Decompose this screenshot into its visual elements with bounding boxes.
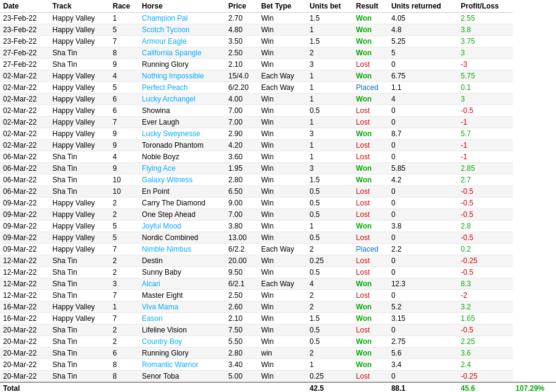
bettype-cell: Win (258, 13, 307, 24)
horse-cell: Running Glory (139, 348, 225, 359)
table-row: 09-Mar-22Happy Valley2One Step Ahead7.00… (0, 209, 556, 221)
race-cell: 6 (109, 94, 139, 105)
track-cell: Sha Tin (49, 163, 109, 174)
returned-cell: 3.8 (388, 221, 458, 232)
horse-cell: Ever Laugh (139, 117, 225, 128)
table-row: 02-Mar-22Happy Valley4Nothing Impossible… (0, 70, 556, 82)
race-cell: 1 (109, 13, 139, 24)
units-cell: 1.5 (307, 13, 353, 24)
result-cell: Won (353, 174, 388, 186)
price-cell: 4.00 (225, 94, 258, 105)
horse-cell: Noble Boyz (139, 151, 225, 163)
price-cell: 7.00 (225, 105, 258, 117)
horse-cell: Country Boy (139, 336, 225, 348)
horse-cell: Viva Mama (139, 301, 225, 313)
race-cell: 9 (109, 59, 139, 70)
horse-cell: En Point (139, 186, 225, 198)
table-row: 12-Mar-22Sha Tin7Master Eight2.50Win2Los… (0, 290, 556, 301)
returned-cell: 0 (388, 255, 458, 267)
units-cell: 3 (307, 163, 353, 174)
track-cell: Sha Tin (49, 325, 109, 336)
price-cell: 7.00 (225, 209, 258, 221)
pl-cell: -2 (458, 290, 512, 301)
pl-cell: 3.2 (458, 301, 512, 313)
date-cell: 12-Mar-22 (0, 278, 49, 290)
race-cell: 5 (109, 82, 139, 94)
result-cell: Lost (353, 325, 388, 336)
units-cell: 1 (307, 151, 353, 163)
returned-cell: 5.2 (388, 301, 458, 313)
col-header-units-returned: Units returned (388, 0, 458, 13)
bettype-cell: Win (258, 359, 307, 371)
pl-cell: 3 (458, 47, 512, 59)
result-cell: Won (353, 336, 388, 348)
result-cell: Won (353, 359, 388, 371)
date-cell: 12-Mar-22 (0, 267, 49, 278)
returned-cell: 5 (388, 47, 458, 59)
returned-cell: 3.4 (388, 359, 458, 371)
bettype-cell: Win (258, 198, 307, 209)
bettype-cell: Win (258, 36, 307, 47)
horse-cell: Lifeline Vision (139, 325, 225, 336)
units-cell: 0.25 (307, 255, 353, 267)
col-header-race: Race (109, 0, 139, 13)
horse-cell: Galaxy Witness (139, 174, 225, 186)
units-cell: 1.5 (307, 36, 353, 47)
returned-cell: 5.6 (388, 348, 458, 359)
result-cell: Won (353, 313, 388, 325)
result-cell: Lost (353, 140, 388, 151)
horse-cell: Senor Toba (139, 371, 225, 383)
pl-cell: -0.5 (458, 325, 512, 336)
returned-cell: 0 (388, 151, 458, 163)
col-header-date: Date (0, 0, 49, 13)
price-cell: 6/2.1 (225, 278, 258, 290)
total-bettype (258, 382, 307, 392)
bettype-cell: Each Way (258, 244, 307, 255)
result-cell: Won (353, 94, 388, 105)
price-cell: 5.50 (225, 336, 258, 348)
race-cell: 9 (109, 163, 139, 174)
bettype-cell: Win (258, 151, 307, 163)
table-row: 23-Feb-22Happy Valley1Champion Pal2.70Wi… (0, 13, 556, 24)
date-cell: 27-Feb-22 (0, 59, 49, 70)
track-cell: Happy Valley (49, 301, 109, 313)
price-cell: 7.50 (225, 325, 258, 336)
total-units: 42.5 (307, 382, 353, 392)
horse-cell: Romantic Warrior (139, 359, 225, 371)
units-cell: 3 (307, 128, 353, 140)
table-row: 06-Mar-22Sha Tin10Galaxy Witness2.80Win1… (0, 174, 556, 186)
bettype-cell: Win (258, 140, 307, 151)
track-cell: Sha Tin (49, 336, 109, 348)
track-cell: Happy Valley (49, 94, 109, 105)
date-cell: 02-Mar-22 (0, 140, 49, 151)
result-cell: Won (353, 36, 388, 47)
date-cell: 20-Mar-22 (0, 325, 49, 336)
price-cell: 2.80 (225, 348, 258, 359)
horse-cell: Nimble Nimbus (139, 244, 225, 255)
pl-cell: 3.8 (458, 24, 512, 36)
pl-cell: -0.5 (458, 209, 512, 221)
bettype-cell: Win (258, 232, 307, 244)
returned-cell: 5.25 (388, 36, 458, 47)
date-cell: 02-Mar-22 (0, 128, 49, 140)
returned-cell: 5.85 (388, 163, 458, 174)
units-cell: 0.5 (307, 325, 353, 336)
pl-cell: 8.3 (458, 278, 512, 290)
table-row: 09-Mar-22Happy Valley5Joyful Mood3.80Win… (0, 221, 556, 232)
track-cell: Happy Valley (49, 313, 109, 325)
pl-cell: 2.4 (458, 359, 512, 371)
horse-cell: Showina (139, 105, 225, 117)
returned-cell: 6.75 (388, 70, 458, 82)
units-cell: 3 (307, 59, 353, 70)
price-cell: 2.10 (225, 59, 258, 70)
horse-cell: Running Glory (139, 59, 225, 70)
horse-cell: One Step Ahead (139, 209, 225, 221)
returned-cell: 12.3 (388, 278, 458, 290)
race-cell: 2 (109, 336, 139, 348)
table-row: 20-Mar-22Sha Tin2Lifeline Vision7.50Win0… (0, 325, 556, 336)
pl-cell: -3 (458, 59, 512, 70)
race-cell: 9 (109, 140, 139, 151)
pl-cell: -0.5 (458, 267, 512, 278)
horse-cell: Destin (139, 255, 225, 267)
date-cell: 23-Feb-22 (0, 24, 49, 36)
